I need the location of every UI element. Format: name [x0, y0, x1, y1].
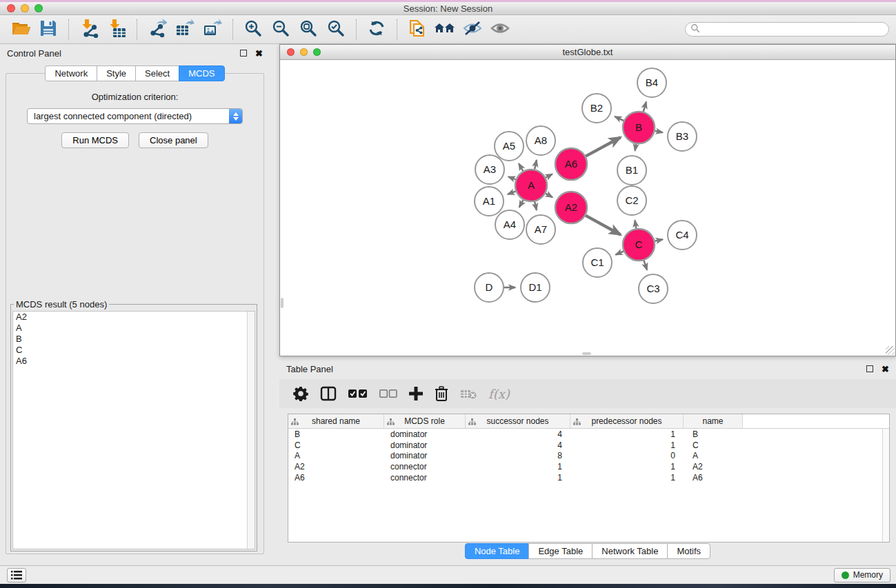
network-canvas[interactable]: AA1A2A3A4A5A6A7A8BB1B2B3B4CC1C2C3C4DD1: [280, 60, 895, 356]
zoom-fit-button[interactable]: [295, 17, 322, 42]
import-table-button[interactable]: [103, 17, 130, 42]
graph-node-C4[interactable]: C4: [668, 221, 697, 250]
save-session-button[interactable]: [34, 17, 62, 42]
zoom-selected-button[interactable]: [322, 17, 350, 42]
search-input[interactable]: [685, 22, 889, 37]
tab-select[interactable]: Select: [135, 65, 179, 81]
export-network-button[interactable]: [143, 17, 171, 42]
table-tab-network-table[interactable]: Network Table: [592, 543, 668, 559]
graph-node-B4[interactable]: B4: [637, 68, 666, 97]
graph-node-C2[interactable]: C2: [617, 186, 646, 215]
mcds-result-item[interactable]: B: [13, 334, 255, 345]
graph-node-B3[interactable]: B3: [668, 122, 697, 151]
window-titlebar[interactable]: Session: New Session: [0, 2, 896, 15]
graph-node-D[interactable]: D: [475, 273, 504, 302]
graph-edge-A-A4[interactable]: [519, 200, 524, 207]
graph-edge-A2-C[interactable]: [586, 216, 621, 235]
table-tab-edge-table[interactable]: Edge Table: [528, 543, 593, 559]
graph-edge-C-C4[interactable]: [655, 239, 662, 241]
mcds-result-item[interactable]: A: [13, 323, 255, 334]
float-table-panel-icon[interactable]: [866, 365, 873, 372]
graph-edge-B-B3[interactable]: [655, 131, 663, 132]
export-table-button[interactable]: [171, 17, 199, 42]
graph-edge-A6-B[interactable]: [586, 137, 621, 156]
node-table[interactable]: shared nameMCDS rolesuccessor nodesprede…: [288, 414, 890, 543]
show-column-button[interactable]: [320, 386, 337, 401]
memory-button[interactable]: Memory: [834, 568, 890, 582]
table-row[interactable]: A6connector11A6: [288, 472, 889, 483]
table-tab-node-table[interactable]: Node Table: [465, 543, 530, 559]
graph-node-A8[interactable]: A8: [526, 126, 555, 155]
apply-layout-button[interactable]: [363, 17, 390, 42]
network-window-titlebar[interactable]: testGlobe.txt: [280, 45, 895, 60]
graph-edge-B-B1[interactable]: [635, 144, 637, 151]
open-session-button[interactable]: [7, 17, 34, 42]
graph-node-A4[interactable]: A4: [495, 210, 524, 239]
close-table-panel-icon[interactable]: ✖: [882, 364, 889, 374]
graph-edge-A-A5[interactable]: [519, 163, 523, 171]
graph-node-A3[interactable]: A3: [475, 155, 504, 184]
mcds-result-list[interactable]: A2ABCA6: [12, 311, 255, 549]
graph-edge-B-B2[interactable]: [615, 116, 624, 121]
select-all-columns-button[interactable]: [348, 389, 368, 398]
graph-node-A6[interactable]: A6: [555, 148, 587, 180]
run-mcds-button[interactable]: Run MCDS: [61, 132, 129, 148]
tab-mcds[interactable]: MCDS: [179, 65, 224, 81]
graph-node-C3[interactable]: C3: [639, 274, 668, 303]
clone-network-button[interactable]: [404, 17, 431, 42]
column-header-successor-nodes[interactable]: successor nodes: [466, 414, 570, 428]
graph-node-D1[interactable]: D1: [521, 273, 550, 302]
float-panel-icon[interactable]: [240, 50, 247, 57]
graph-edge-A-A7[interactable]: [535, 201, 537, 210]
mcds-result-item[interactable]: C: [13, 345, 255, 356]
task-history-button[interactable]: [7, 568, 26, 582]
import-network-button[interactable]: [75, 17, 103, 42]
graph-edge-A-A6[interactable]: [546, 174, 552, 178]
home-button[interactable]: [431, 17, 459, 42]
network-vertical-scrollbar[interactable]: [281, 298, 283, 308]
criterion-dropdown[interactable]: largest connected component (directed): [27, 108, 243, 124]
graph-edge-A-A3[interactable]: [508, 176, 516, 179]
network-horizontal-scrollbar[interactable]: [582, 352, 591, 355]
result-scrollbar[interactable]: [247, 312, 255, 549]
zoom-out-button[interactable]: [267, 17, 295, 42]
unselect-all-columns-button[interactable]: [379, 389, 397, 398]
resize-grip-icon[interactable]: [886, 346, 895, 355]
graph-node-C1[interactable]: C1: [583, 248, 612, 277]
graph-edge-C-C3[interactable]: [644, 261, 646, 270]
table-row[interactable]: Cdominator41C: [288, 440, 889, 451]
create-column-button[interactable]: [409, 387, 423, 401]
column-header-predecessor-nodes[interactable]: predecessor nodes: [570, 414, 684, 428]
column-header-shared-name[interactable]: shared name: [288, 414, 384, 428]
mcds-result-item[interactable]: A6: [13, 356, 255, 367]
graph-node-A7[interactable]: A7: [526, 215, 555, 244]
table-scrollbar[interactable]: [882, 429, 889, 542]
graph-edge-C-C2[interactable]: [635, 221, 636, 229]
graph-edge-A-A1[interactable]: [508, 191, 515, 194]
hide-selected-button[interactable]: [459, 17, 486, 42]
graph-node-A5[interactable]: A5: [495, 132, 524, 161]
table-row[interactable]: Adominator80A: [288, 451, 889, 462]
graph-edge-A-A2[interactable]: [546, 194, 552, 197]
graph-edge-A-A8[interactable]: [535, 160, 537, 169]
show-all-button[interactable]: [486, 17, 514, 42]
graph-node-A2[interactable]: A2: [555, 192, 587, 223]
close-panel-button[interactable]: Close panel: [139, 132, 208, 148]
search-text-field[interactable]: [700, 23, 888, 35]
graph-node-A1[interactable]: A1: [475, 187, 504, 216]
zoom-in-button[interactable]: [239, 17, 267, 42]
graph-node-C[interactable]: C: [623, 229, 655, 261]
table-settings-button[interactable]: [293, 386, 308, 401]
column-header-name[interactable]: name: [684, 414, 743, 428]
delete-column-button[interactable]: [435, 386, 448, 401]
table-row[interactable]: Bdominator41B: [288, 429, 889, 440]
graph-edge-C-C1[interactable]: [616, 252, 624, 255]
graph-node-B2[interactable]: B2: [582, 94, 611, 123]
mcds-result-item[interactable]: A2: [13, 312, 255, 323]
graph-node-B[interactable]: B: [623, 112, 655, 143]
table-row[interactable]: A2connector11A2: [288, 461, 889, 472]
export-image-button[interactable]: [199, 17, 226, 42]
graph-node-A[interactable]: A: [515, 170, 547, 201]
graph-node-B1[interactable]: B1: [617, 156, 646, 185]
tab-style[interactable]: Style: [97, 65, 136, 81]
